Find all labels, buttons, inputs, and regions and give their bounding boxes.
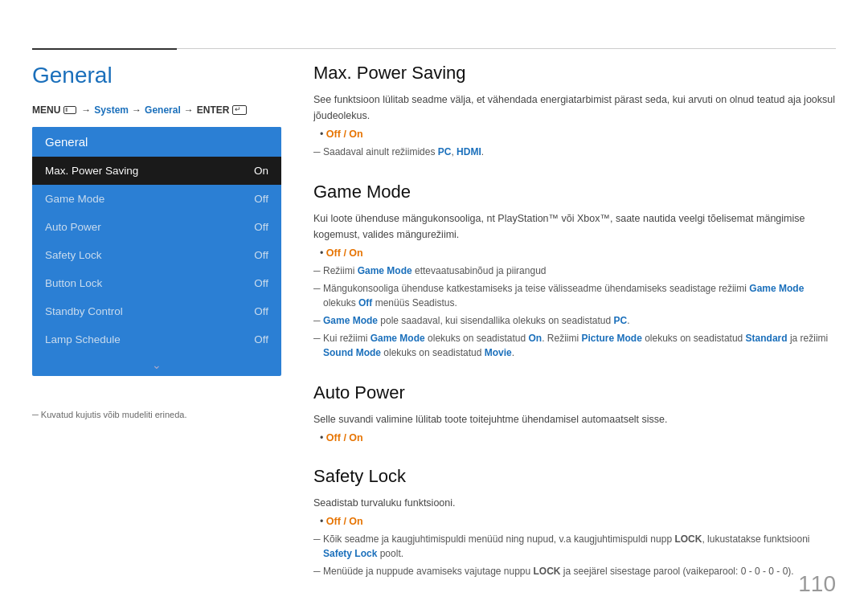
menu-icon bbox=[63, 106, 76, 114]
sidebar-note: Kuvatud kujutis võib mudeliti erineda. bbox=[32, 410, 186, 419]
note-gm-2: Mängukonsooliga ühenduse katkestamiseks … bbox=[313, 281, 836, 310]
enter-icon bbox=[232, 105, 247, 115]
nav-arrow-1: → bbox=[81, 104, 91, 116]
section-body-game-mode: Kui loote ühenduse mängukonsooliga, nt P… bbox=[313, 210, 836, 243]
sidebar-item-max-power-saving[interactable]: Max. Power Saving On bbox=[32, 157, 281, 185]
sidebar-item-value-lamp-schedule: Off bbox=[254, 333, 268, 345]
sidebar-item-value-standby-control: Off bbox=[254, 305, 268, 317]
section-title-game-mode: Game Mode bbox=[313, 182, 836, 202]
nav-general: General bbox=[145, 104, 181, 116]
nav-enter-label: ENTER bbox=[197, 104, 230, 116]
sidebar-chevron-down[interactable]: ⌄ bbox=[32, 353, 281, 376]
bullet-list-auto-power: Off / On bbox=[320, 432, 836, 443]
sidebar-item-label-safety-lock: Safety Lock bbox=[45, 249, 102, 261]
sidebar-item-value-game-mode: Off bbox=[254, 193, 268, 205]
section-body-auto-power: Selle suvandi valimine lülitab toote toi… bbox=[313, 411, 836, 427]
highlight-game-mode-2: Game Mode bbox=[749, 283, 804, 294]
highlight-off-on-ap: Off / On bbox=[326, 432, 363, 443]
highlight-sound-mode: Sound Mode bbox=[323, 347, 381, 358]
sidebar-item-safety-lock[interactable]: Safety Lock Off bbox=[32, 241, 281, 269]
bold-lock-1: LOCK bbox=[674, 533, 702, 545]
highlight-off-on-sl: Off / On bbox=[326, 516, 363, 527]
sidebar-item-label-button-lock: Button Lock bbox=[45, 277, 102, 289]
section-game-mode: Game Mode Kui loote ühenduse mängukonsoo… bbox=[313, 182, 836, 360]
bullet-list-safety-lock: Off / On bbox=[320, 516, 836, 527]
note-sl-2: Menüüde ja nuppude avamiseks vajutage nu… bbox=[313, 564, 836, 578]
menu-nav: MENU → System → General → ENTER bbox=[32, 104, 247, 116]
bullet-item-off-on-mps: Off / On bbox=[320, 129, 836, 140]
nav-arrow-3: → bbox=[184, 104, 194, 116]
sidebar-item-value-auto-power: Off bbox=[254, 221, 268, 233]
nav-system: System bbox=[94, 104, 129, 116]
note-gm-1: Režiimi Game Mode ettevaatusabinõud ja p… bbox=[313, 264, 836, 278]
highlight-movie: Movie bbox=[485, 347, 512, 358]
sidebar-header: General bbox=[32, 127, 281, 157]
note-gm-3: Game Mode pole saadaval, kui sisendallik… bbox=[313, 313, 836, 328]
section-body-safety-lock: Seadistab turvaluku funktsiooni. bbox=[313, 495, 836, 511]
top-line-accent bbox=[32, 48, 177, 50]
bullet-item-off-on-sl: Off / On bbox=[320, 516, 836, 527]
section-title-safety-lock: Safety Lock bbox=[313, 466, 836, 487]
highlight-hdmi: HDMI bbox=[457, 146, 481, 157]
highlight-on-1: On bbox=[528, 333, 542, 344]
sidebar-item-label-game-mode: Game Mode bbox=[45, 193, 104, 205]
section-auto-power: Auto Power Selle suvandi valimine lülita… bbox=[313, 382, 836, 443]
section-body-max-power-saving: See funktsioon lülitab seadme välja, et … bbox=[313, 92, 836, 124]
highlight-picture-mode: Picture Mode bbox=[581, 333, 641, 344]
sidebar: General Max. Power Saving On Game Mode O… bbox=[32, 127, 281, 376]
section-max-power-saving: Max. Power Saving See funktsioon lülitab… bbox=[313, 63, 836, 159]
note-gm-4: Kui režiimi Game Mode olekuks on seadist… bbox=[313, 331, 836, 360]
sidebar-item-lamp-schedule[interactable]: Lamp Schedule Off bbox=[32, 325, 281, 353]
bullet-list-game-mode: Off / On bbox=[320, 247, 836, 259]
section-safety-lock: Safety Lock Seadistab turvaluku funktsio… bbox=[313, 466, 836, 578]
sidebar-item-standby-control[interactable]: Standby Control Off bbox=[32, 297, 281, 325]
sidebar-item-value-safety-lock: Off bbox=[254, 249, 268, 261]
sidebar-item-label-lamp-schedule: Lamp Schedule bbox=[45, 333, 121, 345]
highlight-pc: PC bbox=[438, 146, 452, 157]
highlight-standard: Standard bbox=[746, 333, 788, 344]
highlight-off-on-mps: Off / On bbox=[326, 129, 363, 140]
highlight-pc-2: PC bbox=[614, 315, 628, 326]
sidebar-item-label-max-power-saving: Max. Power Saving bbox=[45, 165, 138, 177]
sidebar-item-button-lock[interactable]: Button Lock Off bbox=[32, 269, 281, 297]
sidebar-item-auto-power[interactable]: Auto Power Off bbox=[32, 213, 281, 241]
menu-label: MENU bbox=[32, 104, 60, 116]
highlight-safety-lock-1: Safety Lock bbox=[323, 548, 377, 559]
page-number: 110 bbox=[798, 571, 836, 597]
sidebar-item-label-auto-power: Auto Power bbox=[45, 221, 101, 233]
main-content: Max. Power Saving See funktsioon lülitab… bbox=[313, 63, 836, 581]
highlight-game-mode-1: Game Mode bbox=[358, 265, 412, 276]
highlight-off-on-gm: Off / On bbox=[326, 247, 363, 259]
note-sl-1: Kõik seadme ja kaugjuhtimispuldi menüüd … bbox=[313, 532, 836, 561]
sidebar-item-label-standby-control: Standby Control bbox=[45, 305, 123, 317]
page-title: General bbox=[32, 63, 113, 88]
sidebar-item-value-button-lock: Off bbox=[254, 277, 268, 289]
bullet-item-off-on-gm: Off / On bbox=[320, 247, 836, 259]
note-mps-1: Saadaval ainult režiimides PC, HDMI. bbox=[313, 145, 836, 159]
section-title-auto-power: Auto Power bbox=[313, 382, 836, 403]
bullet-item-off-on-ap: Off / On bbox=[320, 432, 836, 443]
highlight-game-mode-4: Game Mode bbox=[371, 333, 425, 344]
sidebar-item-game-mode[interactable]: Game Mode Off bbox=[32, 185, 281, 213]
sidebar-item-value-max-power-saving: On bbox=[254, 165, 268, 177]
highlight-game-mode-3: Game Mode bbox=[323, 315, 378, 326]
section-title-max-power-saving: Max. Power Saving bbox=[313, 63, 836, 84]
nav-arrow-2: → bbox=[132, 104, 141, 116]
bullet-list-max-power-saving: Off / On bbox=[320, 129, 836, 140]
highlight-off-1: Off bbox=[358, 297, 372, 309]
bold-lock-2: LOCK bbox=[534, 566, 561, 577]
